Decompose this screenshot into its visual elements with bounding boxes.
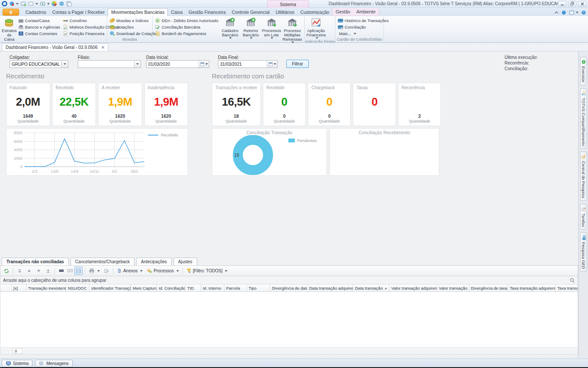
last-record-button[interactable]: [44, 267, 52, 275]
ribbon-item-bancos-e-ag-ncias[interactable]: Bancos e Agências: [17, 24, 61, 30]
ribbon-item-concilia-o[interactable]: Conciliação: [336, 24, 390, 30]
anexos-button[interactable]: Anexos: [115, 267, 144, 275]
grid-view-button[interactable]: [74, 267, 83, 275]
column-header-valor-transa-o-adquirente[interactable]: Valor transação adquirente: [390, 284, 437, 291]
bank-return-button[interactable]: Retorno Bancário: [240, 16, 261, 43]
column-header-valor-transa-o[interactable]: Valor transação: [437, 284, 469, 291]
column-header-taxa-transa-o-adquirente[interactable]: Taxa transação adquirente: [508, 284, 556, 291]
previous-record-button[interactable]: [25, 267, 33, 275]
side-tab-executar[interactable]: Executar: [580, 57, 587, 85]
ribbon-tab-movimenta-es-banc-rias[interactable]: Movimentações Bancárias: [108, 8, 168, 16]
side-tab-pesquisa-ged[interactable]: Pesquisa GED: [580, 232, 587, 271]
multi-remittance-button[interactable]: Processo Múltiplas Remessas: [282, 16, 303, 43]
column-header-taxa-transa-o[interactable]: Taxa transação: [556, 284, 578, 291]
minimize-button[interactable]: [558, 1, 566, 6]
data-final-calendar-icon[interactable]: [267, 61, 277, 68]
copy-button[interactable]: [66, 1, 72, 6]
column-header-tid[interactable]: TID: [185, 284, 201, 291]
ribbon-tab-controle-gerencial[interactable]: Controle Gerencial: [229, 9, 273, 16]
grid-body[interactable]: [0, 292, 578, 347]
close-button[interactable]: [578, 1, 586, 6]
first-record-button[interactable]: [16, 267, 24, 275]
column-header-data-transa-o-adquirente[interactable]: Data transação adquirente: [307, 284, 353, 291]
ribbon-tab-contas-a-pagar-receber[interactable]: Contas a Pagar / Receber: [49, 9, 108, 16]
help-icon[interactable]: ?: [581, 10, 586, 15]
cash-stack-button[interactable]: Extratos de Caixa: [2, 16, 17, 42]
side-tab-tarefas[interactable]: Tarefas: [580, 204, 587, 229]
column-header--x-[interactable]: [x]: [12, 284, 26, 291]
side-tab-central-de-pesquisa[interactable]: Central de Pesquisa: [580, 152, 587, 201]
document-tab-close-icon[interactable]: ✕: [101, 45, 105, 50]
dropdown-caret-icon: [291, 42, 294, 43]
data-inicial-calendar-icon[interactable]: [198, 61, 209, 68]
ribbon-tab-gest-o[interactable]: Gestão: [332, 8, 353, 16]
processos-button[interactable]: Processos: [145, 267, 180, 275]
column-header-parcela[interactable]: Parcela: [224, 284, 247, 291]
filiais-select[interactable]: [78, 60, 141, 68]
column-header-transa-o-inexistente[interactable]: Transação inexistente: [26, 284, 66, 291]
ribbon-item-hist-rico-de-transa-es[interactable]: Histórico de Transações: [336, 17, 390, 24]
item-label: Contas/Caixa: [25, 18, 50, 23]
column-header-id-concilia-o[interactable]: Id. Conciliação: [157, 284, 185, 291]
data-inicial-input[interactable]: 01/03/2020: [146, 60, 209, 68]
window-layout-icon[interactable]: [569, 10, 578, 15]
batch-process-button[interactable]: Processos em Lote: [261, 16, 282, 43]
magnifier-icon[interactable]: [569, 278, 575, 283]
window-button[interactable]: [28, 1, 38, 6]
ribbon-item-concilia-o-banc-ria[interactable]: Conciliação Bancária: [153, 24, 220, 30]
svg-text:Pendentes: Pendentes: [297, 138, 317, 143]
ribbon-tab-cadastros[interactable]: Cadastros: [22, 9, 49, 16]
column-header-diverg-ncia-de-taxa[interactable]: Divergência de taxa: [469, 284, 508, 291]
ribbon-item-border-de-pagamentos[interactable]: Borderô de Pagamentos: [153, 30, 220, 37]
ribbon-item-mais-[interactable]: Mais...: [336, 30, 390, 37]
column-label: TID: [187, 286, 194, 291]
bottom-tab-ajustes[interactable]: Ajustes: [173, 258, 197, 265]
column-header-data-transa-o[interactable]: Data transação▲: [353, 284, 390, 291]
column-header-identificador-transa-o[interactable]: Identificador Transação: [89, 284, 131, 291]
ribbon-tab-row: CadastrosContas a Pagar / ReceberMovimen…: [0, 8, 588, 16]
document-tab[interactable]: Dashboard Financeiro - Visão Geral - 03.…: [2, 43, 109, 51]
column-header-meio-captura[interactable]: Meio Captura: [131, 284, 157, 291]
collapse-ribbon-icon[interactable]: [554, 11, 559, 14]
group-by-bar[interactable]: Arraste aqui o cabeçalho de uma coluna p…: [0, 276, 578, 284]
ribbon-tab-gest-o-financeira[interactable]: Gestão Financeira: [185, 9, 229, 16]
statusbar-mensagens-button[interactable]: Mensagens: [35, 360, 73, 367]
bank-add-button[interactable]: Cadastro Bancário: [220, 16, 240, 43]
restore-button[interactable]: [568, 1, 576, 6]
filtrar-button[interactable]: Filtrar: [286, 60, 309, 68]
column-header-tipo[interactable]: Tipo: [247, 284, 270, 291]
file-button[interactable]: [3, 9, 19, 16]
ribbon-item-contas-caixa[interactable]: Contas/Caixa: [17, 17, 61, 24]
help-sphere-icon[interactable]: [561, 10, 566, 15]
bottom-tab-transa-es-n-o-conciliadas[interactable]: Transações não conciliadas: [2, 258, 69, 265]
investment-chart-button[interactable]: Aplicação Financeira: [306, 16, 326, 39]
column-header-diverg-ncia-de-data[interactable]: Divergência de data: [270, 284, 307, 291]
print-button[interactable]: [87, 267, 101, 275]
side-tab-totvs-compartilhamento[interactable]: TOTVS Compartilhamento: [580, 88, 587, 149]
export-button[interactable]: [102, 267, 111, 275]
profile-sphere-button[interactable]: [9, 1, 19, 6]
bottom-tab-cancelamentos-chargeback[interactable]: Cancelamentos/Chargeback: [70, 258, 134, 265]
bottom-tab-antecipa-es[interactable]: Antecipações: [136, 258, 172, 265]
ribbon-item-dda-d-bito-direto-autorizado[interactable]: DDA - Débito Direto Autorizado: [153, 17, 220, 24]
data-final-input[interactable]: 31/03/2021: [218, 60, 278, 68]
coligadas-select[interactable]: GRUPO EDUCACIONAL PENSANDO JU: [10, 60, 68, 68]
coligadas-dropdown-icon[interactable]: [61, 61, 68, 68]
ribbon-tab-caixa[interactable]: Caixa: [168, 9, 185, 16]
filiais-dropdown-icon[interactable]: [134, 61, 141, 68]
ribbon-tab-utilit-rios[interactable]: Utilitários: [273, 9, 297, 16]
ribbon-tab-customiza-o[interactable]: Customização: [297, 9, 332, 16]
new-window-button[interactable]: [20, 1, 26, 6]
search-button[interactable]: [57, 267, 66, 275]
run-window-button[interactable]: [40, 1, 50, 6]
filtro-button[interactable]: [Filtro: TODOS]: [185, 267, 229, 275]
help-globe-button[interactable]: [59, 1, 64, 6]
ribbon-item-contas-correntes[interactable]: Contas Correntes: [17, 30, 61, 37]
refresh-button[interactable]: [2, 267, 11, 275]
column-header-nsu-doc[interactable]: NSU/DOC: [66, 284, 89, 291]
theme-palette-button[interactable]: [51, 1, 57, 6]
column-header-id-interno[interactable]: Id. Interno: [201, 284, 224, 291]
ribbon-tab-ambiente[interactable]: Ambiente: [353, 8, 378, 16]
next-record-button[interactable]: [35, 267, 43, 275]
statusbar-sistema-button[interactable]: Sistema: [2, 360, 32, 367]
